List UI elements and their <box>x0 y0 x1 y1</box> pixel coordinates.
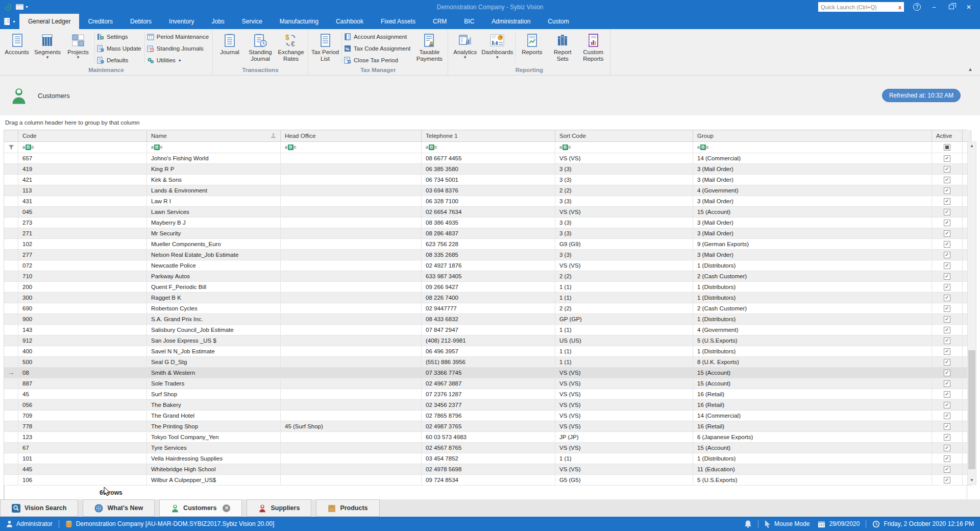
cell-telephone1[interactable]: 02 7865 8796 <box>422 411 555 421</box>
cell-telephone1[interactable]: 08 6677 4455 <box>422 153 555 164</box>
cell-telephone1[interactable]: 08 226 7400 <box>422 293 555 303</box>
table-row[interactable]: 123Tokyo Tool Company_Yen60 03 573 4983J… <box>4 432 967 443</box>
active-checkbox[interactable]: ✓ <box>944 177 950 183</box>
active-checkbox[interactable]: ✓ <box>944 402 950 408</box>
cell-code[interactable]: 912 <box>18 335 147 346</box>
table-row[interactable]: 072Newcastle Police02 4927 1876VS (VS)1 … <box>4 260 967 271</box>
cell-code[interactable]: 143 <box>18 325 147 335</box>
cell-head-office[interactable] <box>281 335 422 346</box>
active-checkbox[interactable]: ✓ <box>944 316 950 323</box>
cell-code[interactable]: 113 <box>18 185 147 196</box>
status-mouse-mode[interactable]: Mouse Mode <box>765 520 810 528</box>
ribbon-tab-fixed-assets[interactable]: Fixed Assets <box>372 14 424 29</box>
cell-name[interactable]: Johno's Fishing World <box>147 153 281 164</box>
cell-code[interactable]: 67 <box>18 443 147 453</box>
cell-telephone1[interactable]: 623 756 228 <box>422 239 555 250</box>
cell-head-office[interactable] <box>281 293 422 303</box>
cell-head-office[interactable] <box>281 475 422 486</box>
doc-tab-whats-new[interactable]: What's New <box>83 499 155 517</box>
cell-sort-code[interactable]: VS (VS) <box>555 443 693 453</box>
cell-sort-code[interactable]: JP (JP) <box>555 432 693 443</box>
cell-code[interactable]: 445 <box>18 464 147 475</box>
cell-code[interactable]: 500 <box>18 357 147 368</box>
status-period-date[interactable]: 29/09/2020 <box>818 520 860 528</box>
cell-telephone1[interactable]: 03 454 7852 <box>422 453 555 464</box>
cell-telephone1[interactable]: 02 9447777 <box>422 303 555 314</box>
cell-group[interactable]: 14 (Commercial) <box>693 411 932 421</box>
restore-button[interactable] <box>947 4 955 11</box>
ribbon-collapse-icon[interactable]: ▲ <box>968 66 973 72</box>
cell-code[interactable]: 431 <box>18 196 147 207</box>
cell-sort-code[interactable]: VS (VS) <box>555 464 693 475</box>
cell-telephone1[interactable]: 60 03 573 4983 <box>422 432 555 443</box>
status-user[interactable]: Administrator <box>6 520 53 527</box>
active-checkbox[interactable]: ✓ <box>944 327 950 333</box>
help-button[interactable]: ? <box>913 3 921 11</box>
cell-telephone1[interactable]: 03 694 8376 <box>422 185 555 196</box>
cell-name[interactable]: Lands & Environment <box>147 185 281 196</box>
cell-name[interactable]: Nelson Real Estate_Job Estimate <box>147 250 281 260</box>
column-header-active[interactable]: Active <box>932 130 963 142</box>
filter-funnel-icon[interactable] <box>4 142 18 153</box>
column-header-group[interactable]: Group <box>693 130 932 142</box>
table-row[interactable]: 273Mayberry B J08 386 49353 (3)3 (Mail O… <box>4 218 967 228</box>
ribbon-tab-cashbook[interactable]: Cashbook <box>327 14 372 29</box>
active-checkbox[interactable]: ✓ <box>944 155 950 162</box>
scrollbar-thumb[interactable] <box>968 350 975 469</box>
cell-group[interactable]: 1 (Distributors) <box>693 282 932 293</box>
taxable-payments-button[interactable]: Taxable Payments <box>412 30 446 66</box>
cell-group[interactable]: 16 (Retail) <box>693 421 932 432</box>
active-checkbox[interactable]: ✓ <box>944 241 950 248</box>
cell-head-office[interactable] <box>281 239 422 250</box>
close-tax-period-button[interactable]: Close Tax Period <box>344 56 410 65</box>
cell-head-office[interactable] <box>281 218 422 228</box>
cell-head-office[interactable] <box>281 432 422 443</box>
active-checkbox[interactable]: ✓ <box>944 209 950 215</box>
quick-launch-clear-icon[interactable]: x <box>898 4 901 10</box>
cell-name[interactable]: Ragget B K <box>147 293 281 303</box>
cell-code[interactable]: 900 <box>18 314 147 325</box>
active-checkbox[interactable]: ✓ <box>944 198 950 205</box>
status-datetime[interactable]: Friday, 2 October 2020 12:16 PM <box>872 520 974 528</box>
table-row[interactable]: 101Vella Hairdressing Supplies03 454 785… <box>4 453 967 464</box>
active-checkbox[interactable]: ✓ <box>944 262 950 269</box>
cell-name[interactable]: Savel N N_Job Estimate <box>147 346 281 357</box>
active-checkbox[interactable]: ✓ <box>944 252 950 258</box>
cell-sort-code[interactable]: 3 (3) <box>555 228 693 239</box>
table-row[interactable]: 271Mr Security08 286 48373 (3)3 (Mail Or… <box>4 228 967 239</box>
filter-cell-sort-code[interactable]: aBc <box>555 142 693 153</box>
cell-sort-code[interactable]: VS (VS) <box>555 411 693 421</box>
active-checkbox[interactable]: ✓ <box>944 434 950 441</box>
quick-launch-input[interactable]: Quick Launch (Ctrl+Q) x <box>818 2 904 12</box>
cell-head-office[interactable] <box>281 378 422 389</box>
cell-name[interactable]: Lawn Services <box>147 207 281 218</box>
cell-group[interactable]: 2 (Cash Customer) <box>693 303 932 314</box>
table-row[interactable]: 056The Bakery02 3456 2377VS (VS)16 (Reta… <box>4 400 967 411</box>
cell-sort-code[interactable]: 1 (1) <box>555 293 693 303</box>
cell-telephone1[interactable]: 07 2376 1287 <box>422 389 555 400</box>
ribbon-tab-manufacturing[interactable]: Manufacturing <box>271 14 327 29</box>
cell-telephone1[interactable]: 08 335 2685 <box>422 250 555 260</box>
cell-head-office[interactable] <box>281 271 422 282</box>
cell-telephone1[interactable]: 06 496 3957 <box>422 346 555 357</box>
cell-sort-code[interactable]: VS (VS) <box>555 378 693 389</box>
cell-name[interactable]: The Bakery <box>147 400 281 411</box>
filter-cell-code[interactable]: aBc <box>18 142 147 153</box>
cell-name[interactable]: Tyre Services <box>147 443 281 453</box>
table-row[interactable]: 445Whitebridge High School02 4978 5698VS… <box>4 464 967 475</box>
cell-group[interactable]: 15 (Account) <box>693 368 932 378</box>
cell-name[interactable]: Surf Shop <box>147 389 281 400</box>
table-row[interactable]: 113Lands & Environment03 694 83762 (2)4 … <box>4 185 967 196</box>
cell-head-office[interactable] <box>281 260 422 271</box>
account-assignment-button[interactable]: Account Assignment <box>344 32 410 41</box>
cell-head-office[interactable] <box>281 400 422 411</box>
cell-telephone1[interactable]: 09 724 8534 <box>422 475 555 486</box>
table-row[interactable]: 657Johno's Fishing World08 6677 4455VS (… <box>4 153 967 164</box>
active-filter-checkbox[interactable] <box>944 144 950 151</box>
cell-code[interactable]: 045 <box>18 207 147 218</box>
cell-sort-code[interactable]: G9 (G9) <box>555 239 693 250</box>
cell-telephone1[interactable]: (408) 212-9981 <box>422 335 555 346</box>
cell-sort-code[interactable]: VS (VS) <box>555 153 693 164</box>
cell-code[interactable]: 709 <box>18 411 147 421</box>
cell-sort-code[interactable]: 3 (3) <box>555 175 693 185</box>
